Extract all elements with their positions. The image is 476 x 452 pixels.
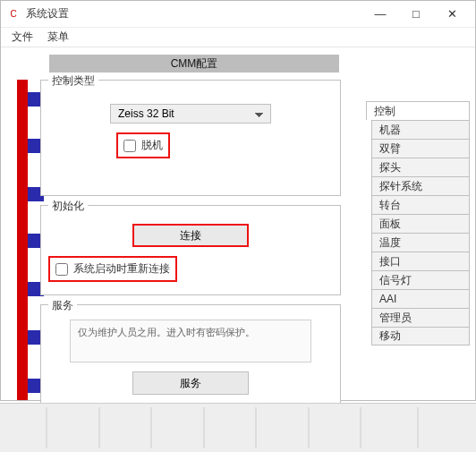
tab-item[interactable]: 机器 bbox=[371, 120, 470, 139]
tab-item[interactable]: 管理员 bbox=[371, 308, 470, 327]
tab-item[interactable]: 探头 bbox=[371, 158, 470, 176]
minimize-button[interactable]: — bbox=[362, 2, 398, 27]
tab-item[interactable]: 控制 bbox=[366, 101, 470, 120]
offline-checkbox-row[interactable]: 脱机 bbox=[116, 132, 170, 158]
tab-item[interactable]: 面板 bbox=[371, 214, 470, 233]
offline-label: 脱机 bbox=[141, 138, 163, 153]
menubar: 文件 菜单 bbox=[1, 28, 475, 47]
window-title: 系统设置 bbox=[26, 6, 362, 21]
tab-item[interactable]: 双臂 bbox=[371, 139, 470, 158]
control-type-combo[interactable]: Zeiss 32 Bit bbox=[110, 104, 271, 124]
tab-item[interactable]: 移动 bbox=[371, 327, 470, 345]
bottom-bar bbox=[0, 403, 476, 452]
tab-item[interactable]: 温度 bbox=[371, 233, 470, 252]
reconnect-checkbox[interactable] bbox=[55, 263, 68, 276]
offline-checkbox[interactable] bbox=[123, 140, 136, 152]
group-control-type: 控制类型 Zeiss 32 Bit 脱机 bbox=[40, 80, 341, 196]
group-legend: 控制类型 bbox=[48, 73, 98, 89]
close-button[interactable]: ✕ bbox=[434, 2, 470, 27]
maximize-button[interactable]: □ bbox=[398, 2, 434, 27]
settings-window: C 系统设置 — □ ✕ 文件 菜单 CMM配置 控制类型 Z bbox=[0, 0, 476, 401]
group-init: 初始化 连接 系统启动时重新连接 bbox=[40, 205, 341, 295]
left-indicator-strip bbox=[17, 80, 28, 400]
group-legend: 服务 bbox=[48, 298, 77, 313]
group-service: 服务 仅为维护人员之用。进入时有密码保护。 服务 bbox=[40, 304, 341, 406]
titlebar: C 系统设置 — □ ✕ bbox=[1, 1, 475, 28]
service-info-text: 仅为维护人员之用。进入时有密码保护。 bbox=[70, 320, 311, 362]
window-controls: — □ ✕ bbox=[362, 2, 470, 27]
page-banner: CMM配置 bbox=[49, 55, 339, 72]
tab-item[interactable]: 转台 bbox=[371, 195, 470, 214]
reconnect-checkbox-row[interactable]: 系统启动时重新连接 bbox=[48, 256, 177, 282]
group-legend: 初始化 bbox=[48, 199, 88, 214]
service-button[interactable]: 服务 bbox=[132, 371, 249, 395]
tab-item[interactable]: 信号灯 bbox=[371, 270, 470, 289]
main-column: 控制类型 Zeiss 32 Bit 脱机 初始化 连接 系统启动时重新连接 bbox=[40, 80, 341, 400]
app-icon: C bbox=[6, 7, 21, 21]
menu-file[interactable]: 文件 bbox=[4, 28, 40, 47]
reconnect-label: 系统启动时重新连接 bbox=[73, 261, 170, 277]
tab-item[interactable]: 探针系统 bbox=[371, 176, 470, 195]
menu-menu[interactable]: 菜单 bbox=[40, 28, 76, 47]
tab-item[interactable]: 接口 bbox=[371, 252, 470, 270]
connect-button[interactable]: 连接 bbox=[132, 224, 249, 247]
window-body: CMM配置 控制类型 Zeiss 32 Bit 脱机 bbox=[1, 47, 475, 400]
tab-item[interactable]: AAI bbox=[371, 289, 470, 308]
side-tabs: 控制机器双臂探头探针系统转台面板温度接口信号灯AAI管理员移动 bbox=[366, 101, 470, 345]
